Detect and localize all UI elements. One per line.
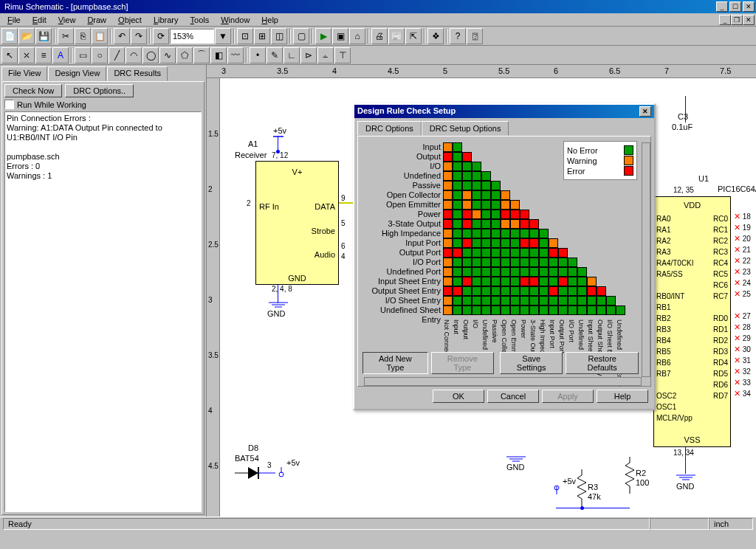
matrix-cell[interactable] bbox=[510, 258, 520, 267]
print-icon[interactable]: 🖨 bbox=[371, 28, 388, 44]
cancel-button[interactable]: Cancel bbox=[487, 390, 539, 403]
matrix-cell[interactable] bbox=[443, 229, 453, 238]
matrix-cell[interactable] bbox=[462, 277, 472, 286]
matrix-cell[interactable] bbox=[529, 238, 539, 248]
matrix-cell[interactable] bbox=[577, 277, 587, 286]
matrix-cell[interactable] bbox=[501, 210, 510, 219]
matrix-cell[interactable] bbox=[606, 305, 616, 315]
arc-icon[interactable]: ◠ bbox=[126, 47, 142, 63]
matrix-cell[interactable] bbox=[529, 296, 539, 305]
cut-icon[interactable]: ✂ bbox=[58, 28, 74, 44]
matrix-cell[interactable] bbox=[529, 258, 539, 267]
matrix-cell[interactable] bbox=[510, 210, 520, 219]
menu-edit[interactable]: Edit bbox=[27, 14, 52, 26]
matrix-cell[interactable] bbox=[481, 238, 491, 248]
help-button[interactable]: Help bbox=[597, 390, 648, 403]
menu-view[interactable]: View bbox=[52, 14, 82, 26]
compile-icon[interactable]: ▣ bbox=[332, 28, 348, 44]
a1-chip[interactable]: V+ RF In DATA Strobe Audio GND bbox=[255, 161, 339, 285]
matrix-cell[interactable] bbox=[539, 238, 549, 248]
matrix-cell[interactable] bbox=[462, 248, 472, 258]
matrix-cell[interactable] bbox=[539, 277, 549, 286]
zoom-dropdown-icon[interactable]: ▼ bbox=[215, 28, 231, 44]
matrix-cell[interactable] bbox=[510, 238, 520, 248]
matrix-cell[interactable] bbox=[472, 229, 481, 238]
circle-icon[interactable]: ○ bbox=[92, 47, 108, 63]
matrix-cell[interactable] bbox=[529, 305, 539, 315]
matrix-cell[interactable] bbox=[529, 248, 539, 258]
matrix-cell[interactable] bbox=[462, 296, 472, 305]
matrix-cell[interactable] bbox=[491, 200, 501, 210]
matrix-cell[interactable] bbox=[558, 277, 568, 286]
matrix-scroll-v[interactable] bbox=[642, 142, 650, 377]
matrix-cell[interactable] bbox=[472, 181, 481, 190]
matrix-cell[interactable] bbox=[453, 248, 462, 258]
matrix-cell[interactable] bbox=[462, 171, 472, 181]
matrix-cell[interactable] bbox=[520, 238, 529, 248]
text-icon[interactable]: A bbox=[52, 47, 69, 63]
bus-icon[interactable]: ⫠ bbox=[317, 47, 334, 63]
matrix-cell[interactable] bbox=[453, 277, 462, 286]
matrix-cell[interactable] bbox=[501, 286, 510, 296]
minimize-button[interactable]: _ bbox=[716, 1, 728, 12]
matrix-cell[interactable] bbox=[501, 258, 510, 267]
matrix-cell[interactable] bbox=[510, 200, 520, 210]
matrix-cell[interactable] bbox=[577, 267, 587, 277]
matrix-cell[interactable] bbox=[443, 296, 453, 305]
matrix-cell[interactable] bbox=[443, 258, 453, 267]
matrix-cell[interactable] bbox=[453, 171, 462, 181]
matrix-cell[interactable] bbox=[443, 200, 453, 210]
menu-library[interactable]: Library bbox=[148, 14, 185, 26]
matrix-cell[interactable] bbox=[472, 200, 481, 210]
matrix-cell[interactable] bbox=[568, 286, 577, 296]
zoom-input[interactable] bbox=[170, 29, 214, 44]
matrix-cell[interactable] bbox=[549, 238, 558, 248]
matrix-cell[interactable] bbox=[529, 267, 539, 277]
matrix-cell[interactable] bbox=[491, 219, 501, 229]
matrix-cell[interactable] bbox=[453, 305, 462, 315]
matrix-cell[interactable] bbox=[481, 258, 491, 267]
matrix-cell[interactable] bbox=[453, 267, 462, 277]
netlist-icon[interactable]: ❖ bbox=[427, 28, 444, 44]
matrix-cell[interactable] bbox=[453, 258, 462, 267]
matrix-cell[interactable] bbox=[481, 190, 491, 200]
bezier-icon[interactable]: ⌒ bbox=[193, 47, 210, 63]
matrix-cell[interactable] bbox=[501, 277, 510, 286]
matrix-cell[interactable] bbox=[472, 219, 481, 229]
matrix-cell[interactable] bbox=[453, 238, 462, 248]
matrix-cell[interactable] bbox=[549, 286, 558, 296]
matrix-cell[interactable] bbox=[462, 200, 472, 210]
tab-drcresults[interactable]: DRC Results bbox=[107, 66, 168, 81]
check-now-button[interactable]: Check Now bbox=[4, 84, 62, 97]
matrix-cell[interactable] bbox=[462, 305, 472, 315]
save-icon[interactable]: 💾 bbox=[35, 28, 52, 44]
matrix-cell[interactable] bbox=[443, 219, 453, 229]
matrix-cell[interactable] bbox=[520, 286, 529, 296]
matrix-cell[interactable] bbox=[443, 238, 453, 248]
matrix-cell[interactable] bbox=[539, 229, 549, 238]
ellipse-icon[interactable]: ◯ bbox=[142, 47, 159, 63]
matrix-cell[interactable] bbox=[510, 248, 520, 258]
matrix-cell[interactable] bbox=[520, 267, 529, 277]
menu-file[interactable]: File bbox=[1, 14, 27, 26]
matrix-cell[interactable] bbox=[491, 190, 501, 200]
matrix-cell[interactable] bbox=[520, 229, 529, 238]
matrix-cell[interactable] bbox=[501, 200, 510, 210]
matrix-cell[interactable] bbox=[443, 267, 453, 277]
junction-icon[interactable]: • bbox=[250, 47, 266, 63]
matrix-cell[interactable] bbox=[443, 286, 453, 296]
matrix-cell[interactable] bbox=[549, 305, 558, 315]
matrix-cell[interactable] bbox=[501, 267, 510, 277]
zoom-actual-icon[interactable]: ◫ bbox=[271, 28, 287, 44]
save-settings-button[interactable]: Save Settings bbox=[500, 352, 563, 374]
matrix-cell[interactable] bbox=[501, 296, 510, 305]
drc-options-button[interactable]: DRC Options.. bbox=[65, 84, 134, 97]
matrix-cell[interactable] bbox=[510, 277, 520, 286]
redo-icon[interactable]: ↷ bbox=[131, 28, 147, 44]
matrix-cell[interactable] bbox=[481, 305, 491, 315]
matrix-cell[interactable] bbox=[491, 238, 501, 248]
menu-draw[interactable]: Draw bbox=[81, 14, 112, 26]
matrix-cell[interactable] bbox=[491, 181, 501, 190]
matrix-cell[interactable] bbox=[472, 258, 481, 267]
matrix-cell[interactable] bbox=[491, 305, 501, 315]
